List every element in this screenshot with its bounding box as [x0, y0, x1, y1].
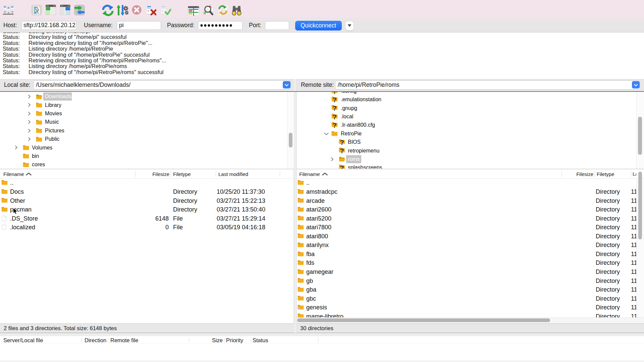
svg-text:?: ?: [333, 122, 337, 129]
svg-text:?: ?: [333, 113, 337, 120]
svg-text:?: ?: [333, 105, 337, 112]
svg-text:?: ?: [340, 147, 344, 154]
svg-text:?: ?: [340, 139, 344, 146]
svg-text:?: ?: [333, 96, 337, 103]
